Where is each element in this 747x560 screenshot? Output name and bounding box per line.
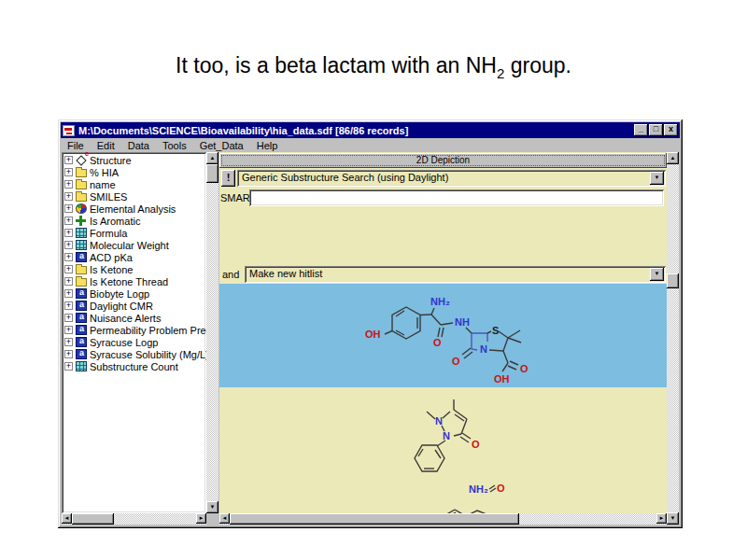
maximize-button[interactable]: □ xyxy=(649,124,663,136)
smarts-input[interactable] xyxy=(249,189,664,206)
expand-plus-icon[interactable]: + xyxy=(64,204,73,213)
panel-vertical-scrollbar[interactable]: ▲ ▼ xyxy=(667,152,679,525)
scroll-left-icon[interactable]: ◄ xyxy=(62,513,72,524)
scroll-left-icon[interactable]: ◄ xyxy=(219,513,230,524)
app-window: M:\Documents\SCIENCE\Bioavailability\hia… xyxy=(58,119,683,528)
expand-plus-icon[interactable]: + xyxy=(64,326,73,334)
scroll-down-icon[interactable]: ▼ xyxy=(206,501,218,513)
pie-chart-icon xyxy=(76,203,87,214)
record-list-band[interactable]: N N O NH₂ O xyxy=(219,387,667,513)
tree-item[interactable]: +Permeability Problem Pred xyxy=(63,324,206,336)
tree-item[interactable]: +ACD pKa xyxy=(63,251,206,263)
tree-item-label: Biobyte Logp xyxy=(90,288,149,300)
dropdown-arrow-icon[interactable]: ▼ xyxy=(650,172,664,185)
menu-item-data[interactable]: Data xyxy=(121,140,156,151)
tree-item[interactable]: +Daylight CMR xyxy=(63,300,206,312)
svg-text:N: N xyxy=(435,415,443,427)
expand-plus-icon[interactable]: + xyxy=(64,253,73,261)
scroll-down-icon[interactable]: ▼ xyxy=(667,512,679,525)
tree-item-label: name xyxy=(90,179,116,190)
tree-item-label: % HIA xyxy=(90,167,119,178)
folder-icon xyxy=(76,266,87,274)
tree-item-label: Structure xyxy=(90,155,132,166)
a-badge-icon xyxy=(76,313,87,323)
scroll-thumb[interactable] xyxy=(206,164,218,183)
tree-item-label: Substructure Count xyxy=(90,361,178,372)
tree-item[interactable]: +% HIA xyxy=(63,166,206,178)
app-icon xyxy=(63,125,75,136)
search-type-dropdown[interactable]: Generic Substructure Search (using Dayli… xyxy=(237,170,666,187)
expand-plus-icon[interactable]: + xyxy=(64,338,73,346)
tree-item[interactable]: +Is Aromatic xyxy=(63,215,206,227)
left-panel: +Structure+% HIA+name+SMILES+Elemental A… xyxy=(62,152,218,525)
tree-item[interactable]: +SMILES xyxy=(63,190,206,203)
tree-item[interactable]: +Substructure Count xyxy=(63,360,206,372)
expand-plus-icon[interactable]: + xyxy=(64,265,73,273)
scroll-thumb[interactable] xyxy=(230,513,519,525)
molecule-amide-fragment: NH₂ O xyxy=(417,476,576,513)
window-body: +Structure+% HIA+name+SMILES+Elemental A… xyxy=(61,152,680,525)
tree-item[interactable]: +Syracuse Logp xyxy=(63,336,206,348)
svg-text:OH: OH xyxy=(365,329,381,340)
expand-plus-icon[interactable]: + xyxy=(64,168,73,176)
a-badge-icon xyxy=(76,301,87,311)
expand-plus-icon[interactable]: + xyxy=(64,362,73,371)
menu-item-help[interactable]: Help xyxy=(250,140,285,151)
tree-item[interactable]: +Biobyte Logp xyxy=(63,287,206,300)
run-search-button[interactable]: ! xyxy=(221,170,235,187)
expand-plus-icon[interactable]: + xyxy=(64,217,73,225)
hitlist-row: and Make new hitlist ▼ xyxy=(219,266,667,284)
tree-item-label: Molecular Weight xyxy=(90,240,169,251)
expand-plus-icon[interactable]: + xyxy=(64,314,73,322)
scroll-up-icon[interactable]: ▲ xyxy=(206,152,218,164)
tree-item[interactable]: +Structure xyxy=(63,154,206,166)
close-button[interactable]: x xyxy=(664,124,678,136)
search-row: ! Generic Substructure Search (using Day… xyxy=(219,170,667,188)
scroll-up-icon[interactable]: ▲ xyxy=(667,152,679,164)
svg-text:NH₂: NH₂ xyxy=(469,483,488,495)
tree-item[interactable]: +Nuisance Alerts xyxy=(63,312,206,324)
expand-plus-icon[interactable]: + xyxy=(64,180,73,189)
expand-plus-icon[interactable]: + xyxy=(64,156,73,164)
svg-text:NH₂: NH₂ xyxy=(430,296,450,307)
tree-item-label: ACD pKa xyxy=(90,252,133,263)
molecule-icon xyxy=(76,155,87,165)
tree-item[interactable]: +Elemental Analysis xyxy=(63,203,206,215)
expand-plus-icon[interactable]: + xyxy=(64,350,73,358)
scroll-thumb[interactable] xyxy=(72,513,114,525)
tree-item[interactable]: +Syracuse Solubility (Mg/L) xyxy=(63,348,206,360)
menu-item-get-data[interactable]: Get_Data xyxy=(193,140,250,151)
expand-plus-icon[interactable]: + xyxy=(64,229,73,237)
titlebar[interactable]: M:\Documents\SCIENCE\Bioavailability\hia… xyxy=(61,122,680,138)
expand-plus-icon[interactable]: + xyxy=(64,241,73,249)
tree-item[interactable]: +Is Ketone Thread xyxy=(63,275,206,287)
depiction-header-button[interactable]: 2D Depiction xyxy=(219,153,667,168)
tree-item-label: Permeability Problem Pred xyxy=(90,325,206,336)
menu-item-edit[interactable]: Edit xyxy=(91,140,121,151)
panel-horizontal-scrollbar[interactable]: ◄ ► xyxy=(219,513,667,525)
field-tree[interactable]: +Structure+% HIA+name+SMILES+Elemental A… xyxy=(62,152,206,513)
svg-text:OH: OH xyxy=(494,373,510,385)
expand-plus-icon[interactable]: + xyxy=(64,192,73,201)
tree-item[interactable]: +Molecular Weight xyxy=(63,239,206,251)
scroll-right-icon[interactable]: ► xyxy=(656,513,667,524)
menu-item-tools[interactable]: Tools xyxy=(156,140,193,151)
menu-item-file[interactable]: File xyxy=(61,140,91,151)
tree-item[interactable]: +name xyxy=(63,178,206,190)
hitlist-dropdown[interactable]: Make new hitlist ▼ xyxy=(245,266,666,283)
selected-record-band[interactable]: OH NH₂ NH O O N S O OH xyxy=(219,284,667,387)
a-badge-icon xyxy=(76,325,87,335)
tree-item[interactable]: +Is Ketone xyxy=(63,263,206,275)
scroll-thumb[interactable] xyxy=(667,273,679,288)
expand-plus-icon[interactable]: + xyxy=(64,289,73,298)
tree-horizontal-scrollbar[interactable]: ◄ ► xyxy=(62,513,206,525)
scroll-right-icon[interactable]: ► xyxy=(196,513,206,524)
expand-plus-icon[interactable]: + xyxy=(64,277,73,286)
tree-item[interactable]: +Formula xyxy=(63,227,206,239)
expand-plus-icon[interactable]: + xyxy=(64,301,73,310)
dropdown-arrow-icon[interactable]: ▼ xyxy=(650,268,664,281)
a-badge-icon xyxy=(76,252,87,262)
folder-icon xyxy=(76,181,87,189)
tree-vertical-scrollbar[interactable]: ▲ ▼ xyxy=(206,152,218,513)
minimize-button[interactable]: _ xyxy=(634,124,648,136)
